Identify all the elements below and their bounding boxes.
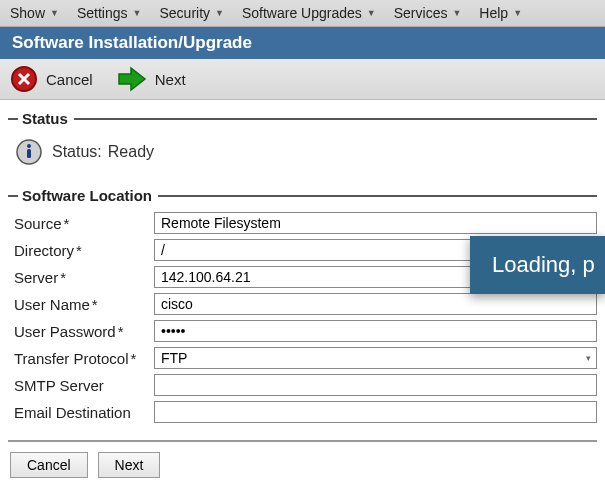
status-legend-text: Status bbox=[22, 110, 68, 127]
server-label: Server bbox=[14, 269, 154, 286]
password-input[interactable] bbox=[154, 320, 597, 342]
svg-point-5 bbox=[27, 144, 31, 148]
smtp-label: SMTP Server bbox=[14, 377, 154, 394]
menu-show[interactable]: Show▼ bbox=[10, 5, 59, 21]
page-title: Software Installation/Upgrade bbox=[0, 27, 605, 59]
username-label: User Name bbox=[14, 296, 154, 313]
menubar: Show▼ Settings▼ Security▼ Software Upgra… bbox=[0, 0, 605, 27]
status-label: Status: bbox=[52, 143, 102, 161]
toolbar: Cancel Next bbox=[0, 59, 605, 100]
menu-label: Security bbox=[159, 5, 210, 21]
menu-software-upgrades[interactable]: Software Upgrades▼ bbox=[242, 5, 376, 21]
email-input[interactable] bbox=[154, 401, 597, 423]
menu-label: Services bbox=[394, 5, 448, 21]
smtp-input[interactable] bbox=[154, 374, 597, 396]
chevron-down-icon: ▼ bbox=[452, 8, 461, 18]
cancel-button[interactable]: Cancel bbox=[46, 71, 93, 88]
menu-help[interactable]: Help▼ bbox=[479, 5, 522, 21]
location-legend-text: Software Location bbox=[22, 187, 152, 204]
svg-rect-6 bbox=[27, 149, 31, 158]
chevron-down-icon: ▼ bbox=[133, 8, 142, 18]
directory-label: Directory bbox=[14, 242, 154, 259]
status-section: Status Status: Ready bbox=[8, 110, 597, 177]
cancel-button[interactable]: Cancel bbox=[10, 452, 88, 478]
protocol-label: Transfer Protocol bbox=[14, 350, 154, 367]
menu-security[interactable]: Security▼ bbox=[159, 5, 224, 21]
software-location-section: Software Location Source Directory Serve… bbox=[8, 187, 597, 430]
menu-settings[interactable]: Settings▼ bbox=[77, 5, 142, 21]
svg-marker-3 bbox=[119, 68, 145, 90]
next-button[interactable]: Next bbox=[98, 452, 161, 478]
source-label: Source bbox=[14, 215, 154, 232]
protocol-select[interactable] bbox=[154, 347, 597, 369]
menu-label: Show bbox=[10, 5, 45, 21]
next-arrow-icon[interactable] bbox=[117, 66, 147, 92]
status-value: Ready bbox=[108, 143, 154, 161]
password-label: User Password bbox=[14, 323, 154, 340]
chevron-down-icon: ▼ bbox=[367, 8, 376, 18]
email-label: Email Destination bbox=[14, 404, 154, 421]
location-legend: Software Location bbox=[8, 187, 597, 204]
source-select[interactable] bbox=[154, 212, 597, 234]
info-icon bbox=[16, 139, 42, 165]
next-button[interactable]: Next bbox=[155, 71, 186, 88]
menu-label: Help bbox=[479, 5, 508, 21]
menu-label: Software Upgrades bbox=[242, 5, 362, 21]
divider bbox=[8, 440, 597, 442]
chevron-down-icon: ▼ bbox=[50, 8, 59, 18]
menu-services[interactable]: Services▼ bbox=[394, 5, 462, 21]
loading-overlay: Loading, p bbox=[470, 236, 605, 294]
chevron-down-icon: ▼ bbox=[513, 8, 522, 18]
menu-label: Settings bbox=[77, 5, 128, 21]
username-input[interactable] bbox=[154, 293, 597, 315]
status-legend: Status bbox=[8, 110, 597, 127]
cancel-icon[interactable] bbox=[10, 65, 38, 93]
chevron-down-icon: ▼ bbox=[215, 8, 224, 18]
footer-buttons: Cancel Next bbox=[0, 446, 605, 484]
